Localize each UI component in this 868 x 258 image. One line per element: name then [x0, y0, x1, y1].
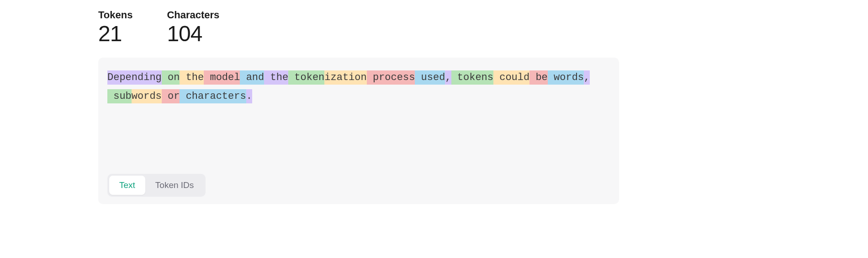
- token-span: characters: [180, 89, 246, 103]
- token-display-panel: Depending on the model and the tokenizat…: [98, 58, 619, 204]
- tab-text[interactable]: Text: [109, 176, 145, 195]
- token-span: ,: [584, 70, 590, 85]
- token-span: the: [264, 70, 288, 85]
- token-span: tokens: [451, 70, 493, 85]
- token-span: .: [246, 89, 252, 103]
- view-tabs: Text Token IDs: [107, 174, 206, 197]
- tokens-value: 21: [98, 23, 132, 45]
- token-span: ization: [324, 70, 366, 85]
- token-span: model: [204, 70, 240, 85]
- token-span: words: [548, 70, 584, 85]
- tokens-stat: Tokens 21: [98, 9, 132, 45]
- tokens-label: Tokens: [98, 9, 132, 21]
- stats-row: Tokens 21 Characters 104: [98, 9, 619, 45]
- token-span: Depending: [107, 70, 162, 85]
- characters-label: Characters: [167, 9, 219, 21]
- tokenized-text: Depending on the model and the tokenizat…: [107, 69, 610, 106]
- token-span: could: [493, 70, 529, 85]
- tab-token-ids[interactable]: Token IDs: [145, 176, 204, 195]
- token-span: sub: [107, 89, 132, 103]
- token-span: or: [162, 89, 180, 103]
- token-span: on: [162, 70, 180, 85]
- characters-value: 104: [167, 23, 219, 45]
- token-span: and: [240, 70, 264, 85]
- tokenizer-panel: Tokens 21 Characters 104 Depending on th…: [98, 9, 619, 204]
- token-span: be: [529, 70, 548, 85]
- token-span: ,: [445, 70, 451, 85]
- token-span: words: [132, 89, 162, 103]
- token-span: process: [367, 70, 415, 85]
- token-span: token: [288, 70, 324, 85]
- characters-stat: Characters 104: [167, 9, 219, 45]
- token-span: used: [415, 70, 445, 85]
- token-span: the: [180, 70, 204, 85]
